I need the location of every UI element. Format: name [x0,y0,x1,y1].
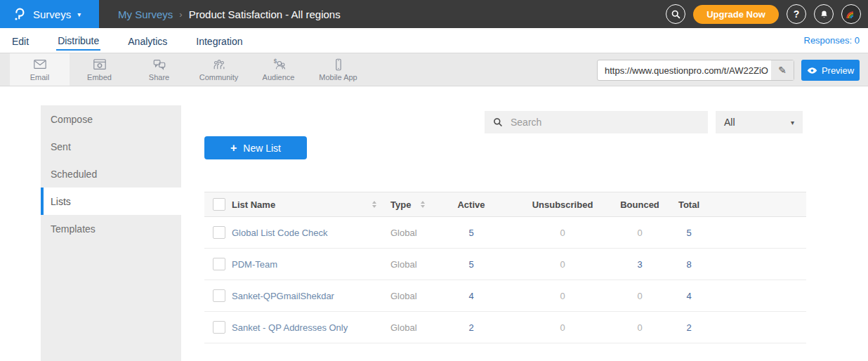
table-row: PDM-Team Global 5 0 3 8 [204,249,806,280]
email-icon [32,58,48,72]
surveys-menu-label: Surveys [33,8,71,20]
row-checkbox[interactable] [213,289,225,302]
bounced-count: 0 [619,322,661,333]
edit-url-pencil-icon[interactable]: ✎ [771,60,794,80]
header-list-name[interactable]: List Name [232,199,379,210]
unsubscribed-count: 0 [506,228,619,238]
breadcrumb-separator: › [179,9,182,20]
sort-icon[interactable] [421,201,425,208]
row-checkbox[interactable] [213,321,225,334]
tab-distribute[interactable]: Distribute [56,31,100,51]
active-count[interactable]: 4 [436,291,506,301]
preview-button-label: Preview [822,65,854,76]
total-count[interactable]: 8 [661,259,717,270]
tab-edit[interactable]: Edit [11,32,30,50]
list-name-link[interactable]: Global List Code Check [232,228,328,238]
header-bounced: Bounced [619,199,661,210]
channel-audience[interactable]: $ Audience [249,53,308,86]
active-count[interactable]: 5 [436,228,506,238]
breadcrumb: My Surveys › Product Satisfaction - All … [118,0,341,28]
channel-audience-label: Audience [263,73,295,81]
topbar-actions: Upgrade Now ? [666,0,861,28]
channel-share[interactable]: Share [129,53,189,86]
channel-embed-label: Embed [87,73,112,81]
total-count[interactable]: 5 [661,228,717,238]
sidebar-item-compose[interactable]: Compose [41,105,181,133]
survey-tabs-row: Edit Distribute Analytics Integration Re… [0,28,868,53]
bounced-count[interactable]: 3 [619,259,661,270]
lists-table: List Name Type Active Unsubscribed Bounc… [204,192,806,343]
sidebar-item-scheduled[interactable]: Scheduled [41,160,181,188]
search-icon [493,117,503,127]
survey-tabs: Edit Distribute Analytics Integration [11,28,244,53]
survey-url-input[interactable] [598,65,771,76]
total-count[interactable]: 4 [661,291,717,301]
breadcrumb-my-surveys[interactable]: My Surveys [118,8,173,20]
select-all-checkbox[interactable] [213,198,225,211]
bell-icon[interactable] [814,4,834,24]
distribute-toolbar: Email Embed Share [0,53,868,86]
upgrade-now-button[interactable]: Upgrade Now [693,5,779,24]
bounced-count: 0 [619,228,661,238]
list-name-link[interactable]: Sanket - QP Addresses Only [232,322,348,333]
channel-email-label: Email [30,73,50,81]
plus-icon: + [230,142,237,155]
channel-share-label: Share [149,73,169,81]
search-box [485,111,708,133]
header-checkbox-cell [204,198,232,211]
audience-icon: $ [271,58,287,72]
share-icon [152,58,167,72]
list-type: Global [390,228,417,238]
list-type: Global [390,291,417,301]
header-list-name-label: List Name [232,199,275,210]
header-type[interactable]: Type [379,199,436,210]
sidebar-item-sent[interactable]: Sent [41,133,181,160]
preview-button[interactable]: Preview [801,60,860,81]
tab-analytics[interactable]: Analytics [126,32,169,50]
list-name-link[interactable]: Sanket-QPGmailShekdar [232,291,334,301]
svg-text:$: $ [273,58,277,65]
mobile-app-icon [331,58,346,72]
new-list-button[interactable]: + New List [204,136,307,159]
list-name-link[interactable]: PDM-Team [232,259,277,270]
search-input[interactable] [509,116,708,129]
channel-mobile-app[interactable]: Mobile App [308,53,368,86]
header-type-label: Type [390,199,411,210]
search-icon[interactable] [666,4,685,24]
channel-community-label: Community [199,73,239,81]
embed-icon [92,58,107,72]
row-checkbox[interactable] [213,226,225,239]
active-count[interactable]: 2 [436,322,506,333]
app-window: Surveys ▾ My Surveys › Product Satisfact… [0,0,868,361]
channel-embed[interactable]: Embed [70,53,129,86]
header-active: Active [436,199,506,210]
active-count[interactable]: 5 [436,259,506,270]
eye-icon [807,67,817,74]
help-icon[interactable]: ? [787,4,806,24]
sidebar-item-lists[interactable]: Lists [41,188,181,215]
header-total: Total [661,199,717,210]
chevron-down-icon: ▾ [791,119,794,126]
row-checkbox[interactable] [213,258,225,270]
tab-integration[interactable]: Integration [195,32,244,50]
bounced-count: 0 [619,291,661,301]
list-type: Global [390,259,417,270]
distribute-channels: Email Embed Share [10,53,368,86]
lists-panel: All ▾ + New List List Name Type Ac [181,105,868,361]
unsubscribed-count: 0 [506,322,619,333]
top-bar: Surveys ▾ My Surveys › Product Satisfact… [0,0,868,28]
table-row: Sanket - QP Addresses Only Global 2 0 0 … [204,312,806,343]
sidebar-item-templates[interactable]: Templates [41,215,181,242]
community-icon [211,58,227,72]
sort-icon[interactable] [372,201,376,208]
table-row: Global List Code Check Global 5 0 0 5 [204,217,806,249]
surveys-menu[interactable]: Surveys ▾ [0,0,99,28]
avatar[interactable] [841,4,861,24]
chevron-down-icon: ▾ [77,11,81,18]
total-count[interactable]: 2 [661,322,717,333]
responses-count: Responses: 0 [804,28,860,53]
channel-community[interactable]: Community [189,53,249,86]
channel-email[interactable]: Email [10,53,70,86]
list-type: Global [390,322,417,333]
list-filter-dropdown[interactable]: All ▾ [716,111,803,133]
